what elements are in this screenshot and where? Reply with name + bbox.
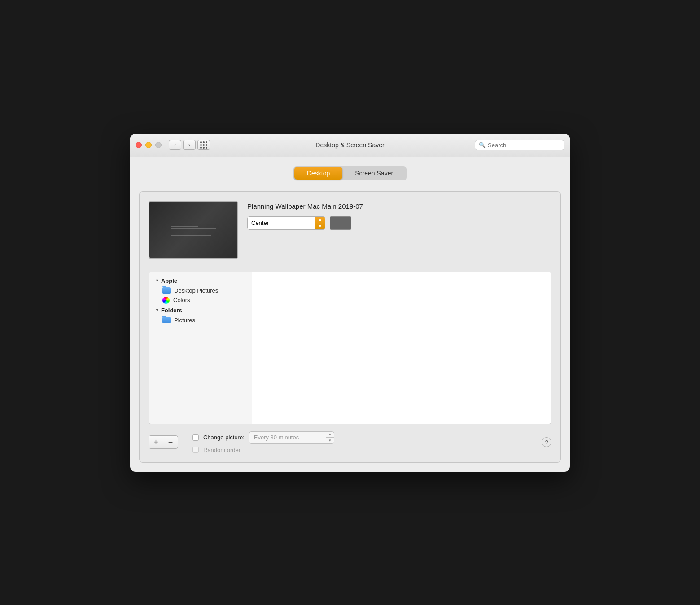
close-button[interactable]: [136, 142, 142, 148]
interval-down-button[interactable]: ▼: [326, 438, 334, 443]
content-area: Desktop Screen Saver: [130, 157, 570, 472]
change-picture-checkbox[interactable]: [192, 434, 199, 441]
folders-section-label: Folders: [161, 307, 182, 314]
wallpaper-preview: [149, 201, 238, 259]
search-icon: 🔍: [479, 142, 486, 148]
tab-bar: Desktop Screen Saver: [139, 166, 561, 180]
interval-select-wrap[interactable]: Every 30 minutes Every 5 seconds Every m…: [249, 431, 334, 444]
search-field[interactable]: 🔍: [475, 140, 564, 150]
pictures-label: Pictures: [174, 317, 195, 324]
random-order-label: Random order: [203, 447, 241, 453]
interval-up-button[interactable]: ▲: [326, 432, 334, 438]
change-picture-row: Change picture: Every 30 minutes Every 5…: [192, 431, 334, 444]
grid-icon: [200, 141, 207, 149]
nav-buttons: ‹ ›: [169, 140, 196, 150]
browser-area: ▼ Apple Desktop Pictures Colors ▼ Folder…: [149, 272, 551, 424]
apple-section-label: Apple: [161, 277, 177, 284]
main-window: ‹ › Desktop & Screen Saver 🔍 Desktop Scr…: [130, 134, 570, 472]
tab-group: Desktop Screen Saver: [293, 166, 407, 180]
remove-button[interactable]: −: [163, 436, 178, 448]
folders-disclosure-arrow: ▼: [155, 308, 159, 312]
source-list: ▼ Apple Desktop Pictures Colors ▼ Folder…: [149, 272, 252, 424]
add-remove-buttons: + −: [149, 435, 178, 449]
interval-stepper[interactable]: ▲ ▼: [326, 432, 334, 443]
back-button[interactable]: ‹: [169, 140, 181, 150]
forward-button[interactable]: ›: [183, 140, 196, 150]
help-button[interactable]: ?: [542, 437, 551, 447]
folder-icon: [162, 287, 171, 294]
folders-section-header[interactable]: ▼ Folders: [149, 305, 252, 316]
window-title: Desktop & Screen Saver: [315, 141, 384, 149]
position-down-button[interactable]: ▼: [315, 223, 325, 229]
position-select[interactable]: Center Fill Screen Fit to Screen Stretch…: [248, 217, 315, 228]
apple-disclosure-arrow: ▼: [155, 278, 159, 283]
change-picture-section: Change picture: Every 30 minutes Every 5…: [192, 431, 334, 453]
interval-select[interactable]: Every 30 minutes Every 5 seconds Every m…: [249, 432, 326, 443]
add-button[interactable]: +: [149, 436, 163, 448]
preview-lines: [171, 224, 216, 236]
source-item-colors[interactable]: Colors: [149, 295, 252, 305]
source-item-desktop-pictures[interactable]: Desktop Pictures: [149, 286, 252, 295]
color-wheel-icon: [162, 297, 170, 304]
bottom-bar: + − Change picture: Every 30 minutes Eve…: [149, 431, 551, 453]
color-swatch[interactable]: [330, 216, 351, 230]
random-order-row: Random order: [192, 447, 334, 453]
grid-view-button[interactable]: [197, 140, 210, 150]
random-order-checkbox[interactable]: [192, 447, 199, 453]
position-up-button[interactable]: ▲: [315, 217, 325, 223]
position-select-wrap[interactable]: Center Fill Screen Fit to Screen Stretch…: [247, 216, 325, 230]
apple-section-header[interactable]: ▼ Apple: [149, 276, 252, 286]
tab-desktop[interactable]: Desktop: [294, 167, 342, 180]
preview-inner: [149, 202, 237, 258]
position-row: Center Fill Screen Fit to Screen Stretch…: [247, 216, 551, 230]
wallpaper-info: Planning Wallpaper Mac Main 2019-07 Cent…: [247, 201, 551, 230]
image-grid: [252, 272, 551, 424]
tab-screen-saver[interactable]: Screen Saver: [342, 167, 406, 180]
pictures-folder-icon: [162, 317, 171, 323]
source-item-pictures[interactable]: Pictures: [149, 316, 252, 325]
traffic-lights: [136, 142, 162, 148]
zoom-button[interactable]: [155, 142, 162, 148]
titlebar: ‹ › Desktop & Screen Saver 🔍: [130, 134, 570, 157]
position-stepper[interactable]: ▲ ▼: [315, 217, 325, 229]
wallpaper-name: Planning Wallpaper Mac Main 2019-07: [247, 202, 551, 210]
desktop-pictures-label: Desktop Pictures: [174, 287, 218, 294]
preview-row: Planning Wallpaper Mac Main 2019-07 Cent…: [149, 201, 551, 259]
colors-label: Colors: [173, 297, 190, 303]
search-input[interactable]: [488, 142, 560, 149]
change-picture-label: Change picture:: [203, 434, 245, 441]
minimize-button[interactable]: [145, 142, 152, 148]
main-panel: Planning Wallpaper Mac Main 2019-07 Cent…: [139, 191, 561, 463]
